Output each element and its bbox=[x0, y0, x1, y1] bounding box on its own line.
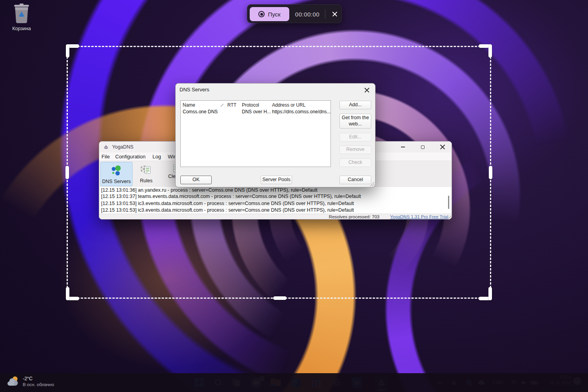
recycle-bin[interactable]: Корзина bbox=[5, 3, 38, 31]
dialog-close-button[interactable] bbox=[361, 86, 372, 94]
recording-toolbar: Пуск 00:00:00 bbox=[247, 4, 342, 23]
close-icon bbox=[364, 87, 370, 93]
maximize-button[interactable] bbox=[415, 142, 430, 152]
toolbar-button-dns-servers[interactable]: DNS Servers bbox=[100, 162, 132, 186]
log-scrollbar-thumb[interactable] bbox=[448, 196, 449, 209]
check-button[interactable]: Check bbox=[339, 158, 371, 167]
get-from-web-button[interactable]: Get from the web... bbox=[339, 114, 371, 129]
weather-condition: В осн. облачно bbox=[23, 382, 54, 387]
ok-button[interactable]: OK bbox=[180, 176, 212, 184]
menu-item-configuration[interactable]: Configuration bbox=[115, 154, 145, 160]
server-pools-button[interactable]: Server Pools bbox=[261, 176, 292, 184]
maximize-icon bbox=[421, 145, 425, 149]
dialog-title: DNS Servers bbox=[180, 87, 209, 93]
trial-link[interactable]: YogaDNS 1.31 Pro Free Trial bbox=[390, 214, 448, 219]
cell-name: Comss.one DNS bbox=[183, 109, 218, 114]
recycle-bin-label: Корзина bbox=[5, 26, 38, 31]
column-header-address[interactable]: Address or URL bbox=[272, 102, 305, 108]
cancel-button[interactable]: Cancel bbox=[339, 176, 371, 184]
trash-icon bbox=[13, 3, 31, 24]
remove-button[interactable]: Remove bbox=[339, 145, 371, 154]
close-button[interactable] bbox=[435, 142, 450, 152]
servers-table[interactable]: Name RTT Protocol Address or URL Comss.o… bbox=[180, 100, 331, 167]
edit-button[interactable]: Edit... bbox=[339, 133, 371, 142]
sort-indicator-icon bbox=[220, 103, 224, 107]
weather-icon bbox=[6, 375, 20, 388]
weather-temp: -2°C bbox=[23, 376, 54, 381]
selection-handle-top-right[interactable] bbox=[488, 44, 492, 58]
selection-handle-right[interactable] bbox=[489, 166, 492, 179]
rules-icon bbox=[140, 165, 152, 176]
resolves-counter: Resolves processed: 703 bbox=[328, 214, 379, 219]
log-line: [12.15 13:01:36] an.yandex.ru - process … bbox=[101, 187, 318, 193]
close-icon bbox=[332, 11, 338, 17]
log-line: [12.15 13:01:53] ic3.events.data.microso… bbox=[101, 201, 354, 206]
recording-timer: 00:00:00 bbox=[293, 5, 322, 24]
selection-handle-bottom-left[interactable] bbox=[66, 287, 69, 300]
statusbar: Resolves processed: 703 YogaDNS 1.31 Pro… bbox=[99, 214, 452, 220]
log-line: [12.15 13:01:53] ic3.events.data.microso… bbox=[101, 207, 354, 213]
log-line: [12.15 13:01:37] teams.events.data.micro… bbox=[101, 194, 361, 199]
window-title: YogaDNS bbox=[112, 144, 133, 150]
dns-servers-dialog: DNS Servers Name RTT Protocol Address or… bbox=[175, 83, 376, 187]
log-area[interactable]: [12.15 13:01:36] an.yandex.ru - process … bbox=[100, 187, 452, 214]
cell-address: https://dns.comss.one/dns... bbox=[272, 109, 330, 114]
selection-handle-bottom-right[interactable] bbox=[488, 287, 492, 300]
record-icon bbox=[258, 11, 265, 17]
minimize-icon bbox=[401, 147, 405, 147]
minimize-button[interactable] bbox=[395, 142, 411, 152]
menu-item-log[interactable]: Log bbox=[152, 154, 161, 160]
column-header-protocol[interactable]: Protocol bbox=[242, 102, 259, 108]
toolbar-button-rules[interactable]: Rules bbox=[136, 162, 156, 186]
weather-widget[interactable]: -2°C В осн. облачно bbox=[6, 375, 54, 388]
dns-servers-icon bbox=[110, 165, 123, 177]
desktop: Корзина YogaDNS File bbox=[0, 0, 588, 392]
column-header-name[interactable]: Name bbox=[183, 102, 195, 108]
recorder-divider bbox=[325, 9, 325, 19]
selection-handle-top-left[interactable] bbox=[66, 44, 69, 58]
close-icon bbox=[440, 144, 445, 150]
recorder-close-button[interactable] bbox=[329, 9, 341, 20]
add-button[interactable]: Add... bbox=[339, 101, 371, 109]
selection-handle-bottom[interactable] bbox=[273, 296, 287, 300]
cell-protocol: DNS over H... bbox=[242, 109, 271, 114]
record-start-button[interactable]: Пуск bbox=[250, 7, 289, 21]
lotus-icon bbox=[103, 144, 109, 150]
selection-handle-left[interactable] bbox=[65, 166, 69, 179]
menu-item-file[interactable]: File bbox=[102, 154, 110, 160]
column-header-rtt[interactable]: RTT bbox=[227, 102, 236, 108]
taskbar: -2°C В осн. облачно bbox=[0, 373, 588, 392]
record-start-label: Пуск bbox=[268, 11, 280, 18]
